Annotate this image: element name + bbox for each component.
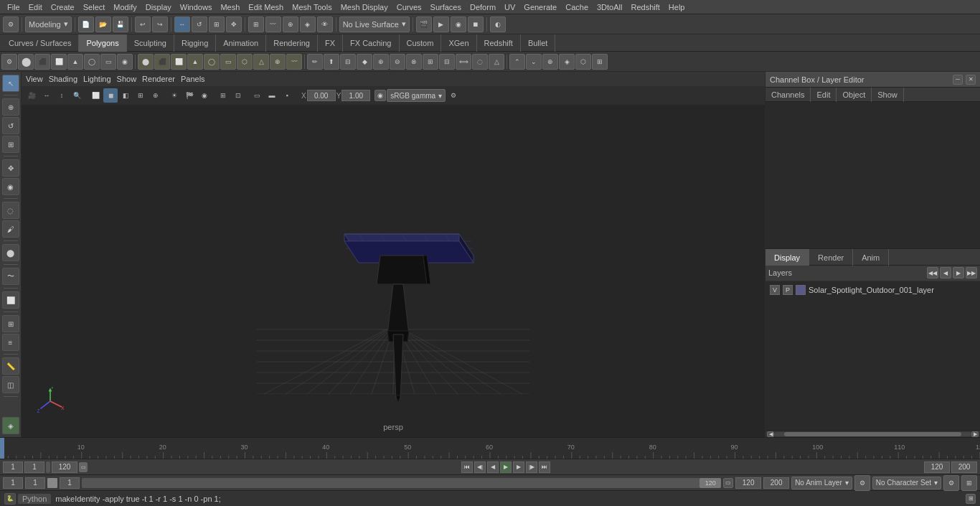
vp-menu-show[interactable]: Show <box>117 75 137 83</box>
range-slider[interactable]: 120 <box>82 478 721 488</box>
color-space-dropdown[interactable]: sRGB gamma ▾ <box>387 89 446 102</box>
prev-frame-btn[interactable]: ◀ <box>487 462 499 473</box>
combine-icon[interactable]: ⊞ <box>423 54 438 70</box>
vp-menu-renderer[interactable]: Renderer <box>142 75 175 83</box>
disk-icon[interactable]: ◉ <box>117 54 133 70</box>
poly-pipe-icon[interactable]: ⊕ <box>270 54 286 70</box>
menu-display[interactable]: Display <box>141 0 176 14</box>
menu-create[interactable]: Create <box>47 0 79 14</box>
vp-menu-lighting[interactable]: Lighting <box>83 75 111 83</box>
layer-visible-btn[interactable]: V <box>770 285 780 295</box>
sculpt-btn[interactable]: 〜 <box>2 268 19 285</box>
anim-layer-settings-icon[interactable]: ⚙ <box>854 475 870 491</box>
menu-curves[interactable]: Curves <box>392 0 426 14</box>
tab-fx-caching[interactable]: FX Caching <box>343 34 399 52</box>
vp-x-value[interactable] <box>307 90 336 101</box>
save-file-icon[interactable]: 💾 <box>113 17 128 32</box>
menu-cache[interactable]: Cache <box>561 0 593 14</box>
layer-arrow-next[interactable]: ▶ <box>953 267 964 278</box>
char-set-settings-icon[interactable]: ⚙ <box>943 475 959 491</box>
lasso-select-btn[interactable]: ◌ <box>2 202 19 219</box>
end-frame-input[interactable] <box>924 462 950 473</box>
vp-menu-view[interactable]: View <box>26 75 43 83</box>
poly-cone-icon[interactable]: ▲ <box>187 54 203 70</box>
snap-point-icon[interactable]: ⊕ <box>283 17 298 32</box>
redo-icon[interactable]: ↪ <box>152 17 168 32</box>
frame-current-display[interactable] <box>24 462 44 473</box>
tab-polygons[interactable]: Polygons <box>79 34 126 52</box>
xray-btn[interactable]: ◫ <box>2 376 19 393</box>
paint-select-btn[interactable]: 🖌 <box>2 220 19 238</box>
universal-icon[interactable]: ✥ <box>226 17 242 32</box>
render-current-icon[interactable]: ▶ <box>433 17 449 32</box>
tab-animation[interactable]: Animation <box>216 34 266 52</box>
display-icon[interactable]: ◐ <box>490 17 506 32</box>
maya-icon[interactable]: ◈ <box>2 417 19 434</box>
hud-icon[interactable]: ⊡ <box>231 88 245 103</box>
layers-scrollbar[interactable]: ◀ ▶ <box>765 430 980 437</box>
frame-field-2[interactable] <box>25 477 45 489</box>
move-icon[interactable]: ↔ <box>174 17 190 32</box>
viewport[interactable]: View Shading Lighting Show Renderer Pane… <box>22 72 765 437</box>
scroll-left-btn[interactable]: ◀ <box>767 431 774 437</box>
boolean-intersect-icon[interactable]: ⊗ <box>406 54 422 70</box>
camera-dolly-icon[interactable]: ↕ <box>55 88 69 103</box>
layer-pickable-btn[interactable]: P <box>783 285 793 295</box>
scale-icon[interactable]: ⊞ <box>209 17 225 32</box>
menu-edit-mesh[interactable]: Edit Mesh <box>244 0 288 14</box>
vp-menu-shading[interactable]: Shading <box>49 75 77 83</box>
tab-xgen[interactable]: XGen <box>441 34 476 52</box>
panel-close-icon[interactable]: ✕ <box>966 75 976 85</box>
layer-arrow-prev[interactable]: ◀ <box>940 267 951 278</box>
region-select-btn[interactable]: ⬜ <box>2 291 19 309</box>
render-settings-icon[interactable]: 🎬 <box>416 17 432 32</box>
camera-zoom-icon[interactable]: 🔍 <box>70 88 84 103</box>
shelf-settings-icon[interactable]: ⚙ <box>1 54 17 70</box>
deform4-icon[interactable]: ◈ <box>559 54 575 70</box>
dope-sheet-icon[interactable]: ⊞ <box>961 475 977 491</box>
select-tool-btn[interactable]: ↖ <box>2 75 19 92</box>
boolean-diff-icon[interactable]: ⊖ <box>390 54 405 70</box>
tab-sculpting[interactable]: Sculpting <box>127 34 174 52</box>
rotate-icon[interactable]: ↺ <box>192 17 207 32</box>
poly-cylinder-icon[interactable]: ⬜ <box>171 54 187 70</box>
deform6-icon[interactable]: ⊞ <box>592 54 608 70</box>
tab-channels[interactable]: Channels <box>765 88 811 102</box>
deform3-icon[interactable]: ⊕ <box>542 54 558 70</box>
deform5-icon[interactable]: ⬡ <box>575 54 591 70</box>
film-gate-icon[interactable]: ▬ <box>265 88 279 103</box>
pen-icon[interactable]: ✏ <box>307 54 323 70</box>
layer-arrow-next-next[interactable]: ▶▶ <box>966 267 977 278</box>
panel-minimize-icon[interactable]: ─ <box>953 75 963 85</box>
tab-custom[interactable]: Custom <box>400 34 442 52</box>
texture-icon[interactable]: 🏁 <box>182 88 197 103</box>
shadow-icon[interactable]: ◉ <box>197 88 212 103</box>
deform1-icon[interactable]: ⌃ <box>509 54 525 70</box>
scroll-thumb[interactable] <box>784 432 962 436</box>
camera-tumble-icon[interactable]: 🎥 <box>24 88 39 103</box>
next-frame-btn[interactable]: ▶ <box>513 462 524 473</box>
menu-redshift[interactable]: Redshift <box>626 0 664 14</box>
tab-redshift-tab[interactable]: Redshift <box>477 34 521 52</box>
snap-grid-icon[interactable]: ⊞ <box>248 17 264 32</box>
universal-manip-btn[interactable]: ✥ <box>2 159 19 177</box>
scroll-right-btn[interactable]: ▶ <box>971 431 979 437</box>
tab-rigging[interactable]: Rigging <box>174 34 216 52</box>
points-icon[interactable]: ⊕ <box>149 88 163 103</box>
python-icon[interactable]: 🐍 <box>4 493 16 505</box>
deform2-icon[interactable]: ⌄ <box>526 54 542 70</box>
menu-file[interactable]: File <box>3 0 24 14</box>
poly-prism-icon[interactable]: ⬡ <box>237 54 253 70</box>
tab-fx[interactable]: FX <box>318 34 343 52</box>
poly-torus-icon[interactable]: ◯ <box>204 54 220 70</box>
move-tool-btn[interactable]: ⊕ <box>2 98 19 116</box>
tab-render[interactable]: Render <box>809 249 853 266</box>
snap-surface-icon[interactable]: ◈ <box>300 17 316 32</box>
frame-field-3[interactable] <box>60 477 80 489</box>
go-to-end-btn[interactable]: ⏭ <box>539 462 550 473</box>
menu-generate[interactable]: Generate <box>519 0 561 14</box>
poly-cube-icon[interactable]: ⬛ <box>154 54 170 70</box>
tab-show[interactable]: Show <box>872 88 904 102</box>
color-options-icon[interactable]: ⚙ <box>446 88 461 103</box>
character-set-dropdown[interactable]: No Character Set ▾ <box>872 477 941 489</box>
